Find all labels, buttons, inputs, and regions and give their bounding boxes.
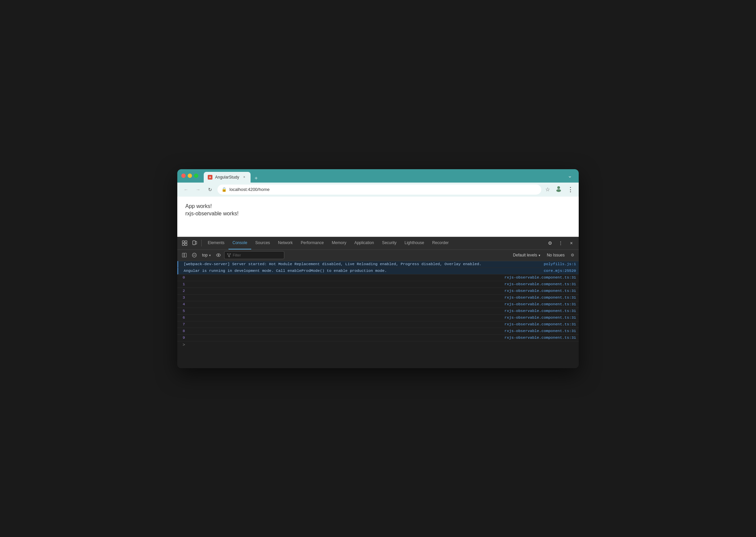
console-link-3[interactable]: rxjs-observable.component.ts:31: [504, 295, 576, 300]
console-num-4: 4: [183, 302, 191, 306]
active-tab[interactable]: A AngularStudy ×: [204, 172, 251, 183]
no-issues-label: No Issues: [544, 253, 567, 257]
svg-rect-7: [195, 241, 197, 244]
bookmark-button[interactable]: ☆: [544, 185, 551, 194]
devtools-more-button[interactable]: ⋮: [556, 238, 565, 248]
url-bar[interactable]: 🔒 localhost:4200/home: [217, 185, 541, 195]
console-log-5: 5 rxjs-observable.component.ts:31: [177, 308, 579, 315]
device-toolbar-button[interactable]: [190, 238, 199, 248]
devtools-tabs: Elements Console Sources Network Perform…: [204, 237, 545, 249]
tab-performance[interactable]: Performance: [297, 237, 328, 249]
console-log-6: 6 rxjs-observable.component.ts:31: [177, 315, 579, 321]
page-content: App works! rxjs-observable works!: [177, 197, 579, 237]
svg-rect-3: [185, 241, 187, 243]
address-bar: ← → ↻ 🔒 localhost:4200/home ☆ ⋮: [177, 183, 579, 197]
console-link-9[interactable]: rxjs-observable.component.ts:31: [504, 335, 576, 340]
filter-icon: [227, 253, 231, 257]
svg-rect-2: [182, 241, 184, 243]
tab-security[interactable]: Security: [378, 237, 400, 249]
context-label: top: [202, 253, 208, 257]
console-link-7[interactable]: rxjs-observable.component.ts:31: [504, 322, 576, 326]
sidebar-icon: [182, 253, 187, 257]
console-log-webpack: [webpack-dev-server] Server started: Hot…: [177, 261, 579, 268]
console-toolbar: top ▾ Filter Default levels ▾ No Issues: [177, 250, 579, 261]
console-num-7: 7: [183, 322, 191, 326]
tab-lighthouse[interactable]: Lighthouse: [400, 237, 428, 249]
traffic-lights: [181, 174, 198, 178]
reload-button[interactable]: ↻: [205, 185, 215, 194]
profile-button[interactable]: [554, 184, 563, 195]
back-button[interactable]: ←: [181, 185, 191, 194]
console-output: [webpack-dev-server] Server started: Hot…: [177, 261, 579, 368]
console-num-6: 6: [183, 315, 191, 320]
page-line-2: rxjs-observable works!: [185, 211, 571, 217]
console-link-0[interactable]: rxjs-observable.component.ts:31: [504, 275, 576, 280]
tab-application[interactable]: Application: [350, 237, 378, 249]
console-log-9: 9 rxjs-observable.component.ts:31: [177, 335, 579, 341]
console-link-6[interactable]: rxjs-observable.component.ts:31: [504, 315, 576, 320]
svg-point-8: [194, 244, 194, 244]
console-link-core[interactable]: core.mjs:25520: [544, 268, 576, 273]
tab-recorder[interactable]: Recorder: [428, 237, 453, 249]
tab-network[interactable]: Network: [274, 237, 297, 249]
console-num-0: 0: [183, 275, 191, 280]
svg-point-14: [218, 254, 219, 256]
clear-console-button[interactable]: [190, 251, 199, 259]
tab-menu-button[interactable]: ⌄: [565, 171, 575, 180]
new-tab-button[interactable]: +: [252, 174, 260, 183]
tab-close-button[interactable]: ×: [242, 175, 247, 180]
devtools-close-button[interactable]: ×: [567, 238, 576, 248]
svg-point-0: [557, 186, 560, 189]
devtools-toolbar: Elements Console Sources Network Perform…: [177, 237, 579, 250]
url-text: localhost:4200/home: [229, 187, 270, 192]
console-log-3: 3 rxjs-observable.component.ts:31: [177, 295, 579, 301]
default-levels-button[interactable]: Default levels ▾: [510, 252, 543, 258]
tab-elements[interactable]: Elements: [204, 237, 228, 249]
console-num-1: 1: [183, 282, 191, 286]
tab-favicon: A: [208, 175, 212, 180]
console-num-8: 8: [183, 329, 191, 333]
filter-container: Filter: [224, 251, 284, 259]
context-selector[interactable]: top ▾: [200, 252, 213, 258]
console-log-7: 7 rxjs-observable.component.ts:31: [177, 321, 579, 328]
devtools-settings-button[interactable]: ⚙: [545, 238, 555, 248]
tab-title: AngularStudy: [215, 175, 239, 180]
close-button[interactable]: [181, 174, 186, 178]
profile-icon: [555, 185, 562, 192]
console-msg-webpack: [webpack-dev-server] Server started: Hot…: [184, 262, 541, 266]
console-log-4: 4 rxjs-observable.component.ts:31: [177, 301, 579, 308]
page-line-1: App works!: [185, 203, 571, 209]
tab-sources[interactable]: Sources: [251, 237, 274, 249]
console-prompt[interactable]: >: [177, 341, 579, 349]
console-msg-angular: Angular is running in development mode. …: [184, 268, 541, 273]
eye-button[interactable]: [214, 251, 223, 259]
console-link-4[interactable]: rxjs-observable.component.ts:31: [504, 302, 576, 306]
console-link-polyfills[interactable]: polyfills.js:1: [544, 262, 576, 266]
console-link-5[interactable]: rxjs-observable.component.ts:31: [504, 309, 576, 313]
maximize-button[interactable]: [194, 174, 198, 178]
tab-memory[interactable]: Memory: [328, 237, 350, 249]
console-link-2[interactable]: rxjs-observable.component.ts:31: [504, 289, 576, 293]
clear-icon: [192, 253, 197, 257]
minimize-button[interactable]: [188, 174, 192, 178]
console-num-5: 5: [183, 309, 191, 313]
svg-point-1: [556, 189, 561, 192]
svg-rect-9: [182, 253, 184, 257]
eye-icon: [216, 253, 221, 257]
browser-menu-button[interactable]: ⋮: [566, 185, 575, 195]
inspect-icon: [182, 240, 187, 246]
forward-button[interactable]: →: [193, 185, 203, 194]
tab-console[interactable]: Console: [228, 237, 251, 249]
svg-rect-5: [185, 243, 187, 245]
svg-rect-4: [182, 243, 184, 245]
levels-dropdown-icon: ▾: [539, 253, 540, 257]
console-log-1: 1 rxjs-observable.component.ts:31: [177, 281, 579, 288]
console-link-1[interactable]: rxjs-observable.component.ts:31: [504, 282, 576, 286]
console-link-8[interactable]: rxjs-observable.component.ts:31: [504, 329, 576, 333]
device-icon: [192, 240, 197, 246]
tabs-area: A AngularStudy × +: [204, 169, 562, 183]
inspect-element-button[interactable]: [180, 238, 189, 248]
toggle-sidebar-button[interactable]: [180, 251, 189, 259]
console-log-8: 8 rxjs-observable.component.ts:31: [177, 328, 579, 335]
console-settings-button[interactable]: ⚙: [569, 251, 576, 259]
